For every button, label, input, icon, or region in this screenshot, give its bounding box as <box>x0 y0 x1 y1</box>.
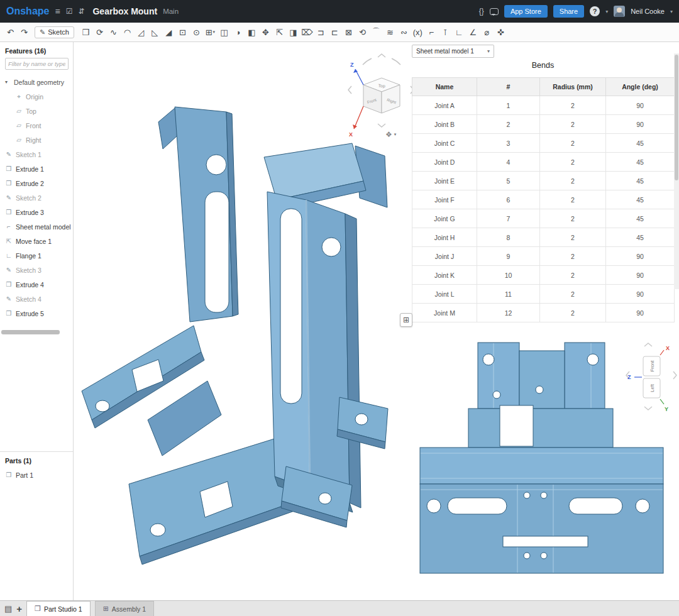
feature-item-extrude-4[interactable]: ❒Extrude 4 <box>0 277 73 292</box>
sheet-metal-tab-icon[interactable]: ⊺ <box>439 25 452 39</box>
sheet-metal-flange-icon[interactable]: ⌐ <box>425 25 438 39</box>
sweep-icon[interactable]: ∿ <box>107 25 120 39</box>
feature-filter-input[interactable] <box>5 58 69 70</box>
boolean-icon[interactable]: ◑ <box>231 25 245 39</box>
feature-item-flange-1[interactable]: ∟Flange 1 <box>0 248 73 263</box>
offset-surface-icon[interactable]: ⊐ <box>314 25 328 39</box>
left-view-button[interactable]: Left <box>649 383 655 392</box>
feature-item-sketch-1[interactable]: ✎Sketch 1 <box>0 147 73 162</box>
table-scrollbar[interactable] <box>674 53 679 289</box>
user-avatar[interactable] <box>614 6 625 17</box>
model-viewport[interactable]: Top Front Right Z X ❖ ▾ <box>74 42 412 600</box>
bend-row[interactable]: Joint J9290 <box>412 247 675 266</box>
feature-label: Sketch 4 <box>16 295 41 303</box>
bend-cell: 11 <box>477 285 540 304</box>
delete-face-icon[interactable]: ⌦ <box>301 25 314 39</box>
flat-view-orientation-widget[interactable]: X Z Y Front Left <box>624 341 678 415</box>
replace-face-icon[interactable]: ◨ <box>287 25 300 39</box>
table-scrollbar-thumb[interactable] <box>675 55 678 180</box>
tab-assembly-1[interactable]: ⊞ Assembly 1 <box>95 601 155 616</box>
move-face-icon[interactable]: ⇱ <box>273 25 286 39</box>
comment-icon[interactable] <box>490 8 499 15</box>
feature-item-extrude-5[interactable]: ❒Extrude 5 <box>0 306 73 321</box>
transform-icon[interactable]: ✥ <box>259 25 272 39</box>
help-icon[interactable]: ? <box>590 6 600 16</box>
feature-item-extrude-2[interactable]: ❒Extrude 2 <box>0 176 73 190</box>
user-name[interactable]: Neil Cooke <box>631 8 665 15</box>
bend-row[interactable]: Joint H8245 <box>412 228 675 247</box>
bend-row[interactable]: Joint A1290 <box>412 96 675 115</box>
sheet-metal-model-select[interactable]: Sheet metal model 1 ▾ <box>412 45 494 58</box>
feature-item-top[interactable]: ▱Top <box>0 104 73 118</box>
helix-icon[interactable]: ≋ <box>384 25 397 39</box>
bend-row[interactable]: Joint G7245 <box>412 209 675 228</box>
chevron-down-icon[interactable]: ▾ <box>5 79 11 85</box>
feature-item-origin[interactable]: ⌖Origin <box>0 89 73 104</box>
fillet-icon[interactable]: ◿ <box>135 25 148 39</box>
add-tab-icon[interactable]: + <box>16 604 22 613</box>
draft-icon[interactable]: ◢ <box>162 25 175 39</box>
bend-row[interactable]: Joint M12290 <box>412 304 675 322</box>
history-icon[interactable]: ⇵ <box>78 8 84 15</box>
thicken-icon[interactable]: ⊏ <box>328 25 341 39</box>
rotate-arrows-icon[interactable] <box>626 343 676 410</box>
feature-item-sheet-metal-model-1[interactable]: ⌐Sheet metal model 1 <box>0 219 73 234</box>
wrap-icon[interactable]: ⌒ <box>370 25 383 39</box>
view-cube[interactable]: Top Front Right Z X <box>344 50 418 144</box>
feature-item-extrude-3[interactable]: ❒Extrude 3 <box>0 205 73 219</box>
zoom-fit-icon[interactable]: ✜ <box>494 25 507 39</box>
undo-icon[interactable]: ↶ <box>4 25 17 39</box>
enclose-icon[interactable]: ⊠ <box>342 25 355 39</box>
bend-cell: 9 <box>477 247 540 266</box>
revolve-icon[interactable]: ⟳ <box>93 25 106 39</box>
app-store-button[interactable]: App Store <box>504 5 548 18</box>
feature-item-front[interactable]: ▱Front <box>0 118 73 133</box>
feature-item-sketch-3[interactable]: ✎Sketch 3 <box>0 263 73 277</box>
split-icon[interactable]: ◧ <box>245 25 258 39</box>
bend-row[interactable]: Joint C3245 <box>412 134 675 153</box>
measure-icon[interactable]: ⌀ <box>480 25 494 39</box>
part-label: Part 1 <box>16 471 33 479</box>
redo-icon[interactable]: ↷ <box>18 25 31 39</box>
variable-icon[interactable]: (x) <box>411 25 424 39</box>
tab-manager-icon[interactable]: ▤ <box>4 605 12 613</box>
bend-row[interactable]: Joint D4245 <box>412 153 675 172</box>
bend-icon[interactable]: ∠ <box>466 25 480 39</box>
linear-pattern-icon[interactable]: ⊞▾ <box>204 25 217 39</box>
bends-table-toggle-button[interactable]: ⊞ <box>400 313 412 327</box>
part-item-part-1[interactable]: ❒Part 1 <box>0 468 73 482</box>
main-menu-icon[interactable]: ≡ <box>55 7 60 16</box>
feature-item-extrude-1[interactable]: ❒Extrude 1 <box>0 162 73 176</box>
hole-icon[interactable]: ⊙ <box>190 25 203 39</box>
mirror-icon[interactable]: ◫ <box>218 25 231 39</box>
bend-row[interactable]: Joint E5245 <box>412 172 675 190</box>
bend-row[interactable]: Joint K10290 <box>412 266 675 285</box>
projected-curve-icon[interactable]: ∾ <box>397 25 411 39</box>
feature-item-default-geometry[interactable]: ▾ Default geometry <box>0 75 73 89</box>
tab-part-studio-1[interactable]: ❒ Part Studio 1 <box>26 601 91 616</box>
onshape-logo[interactable]: Onshape <box>6 6 49 17</box>
user-caret-icon[interactable]: ▾ <box>670 9 673 14</box>
feature-item-move-face-1[interactable]: ⇱Move face 1 <box>0 234 73 248</box>
feature-item-sketch-4[interactable]: ✎Sketch 4 <box>0 292 73 306</box>
feature-item-right[interactable]: ▱Right <box>0 133 73 147</box>
feature-item-sketch-2[interactable]: ✎Sketch 2 <box>0 190 73 205</box>
front-view-button[interactable]: Front <box>649 360 655 371</box>
features-horizontal-scrollbar[interactable] <box>1 330 60 334</box>
sheet-metal-corner-icon[interactable]: ∟ <box>453 25 466 39</box>
featurescript-icon[interactable]: {} <box>479 8 484 15</box>
circular-pattern-icon[interactable]: ⟲ <box>356 25 369 39</box>
bend-row[interactable]: Joint B2290 <box>412 115 675 134</box>
sketch-button[interactable]: ✎ Sketch <box>35 26 74 38</box>
versions-icon[interactable]: ☑ <box>66 8 73 15</box>
shell-icon[interactable]: ⊡ <box>176 25 189 39</box>
chamfer-icon[interactable]: ◺ <box>148 25 162 39</box>
bend-row[interactable]: Joint F6245 <box>412 190 675 209</box>
extrude-icon[interactable]: ❒ <box>79 25 92 39</box>
loft-icon[interactable]: ◠ <box>121 25 134 39</box>
help-caret-icon[interactable]: ▾ <box>605 9 608 14</box>
share-button[interactable]: Share <box>553 5 584 18</box>
view-options-button[interactable]: ❖ ▾ <box>385 130 396 139</box>
dropdown-caret-icon[interactable]: ▾ <box>213 30 216 35</box>
bend-row[interactable]: Joint L11290 <box>412 285 675 304</box>
